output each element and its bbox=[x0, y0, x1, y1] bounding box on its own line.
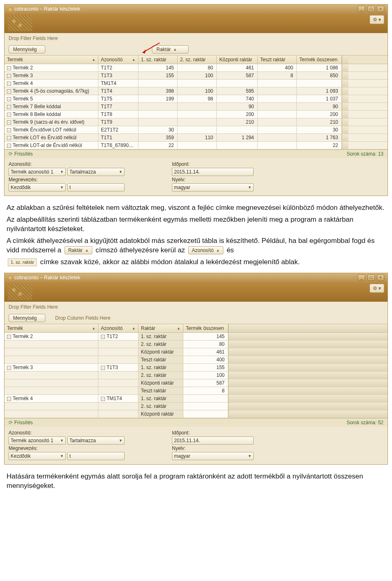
table-row[interactable]: −Termék 4−TM1T41. sz. raktár bbox=[4, 395, 388, 403]
table-row[interactable]: −Termék 3−T1T31. sz. raktár155 bbox=[4, 364, 388, 372]
megnev-op-select[interactable]: Kezdődik▼ bbox=[9, 452, 66, 460]
table-row[interactable]: Teszt raktár8 bbox=[4, 387, 388, 395]
scrollbar[interactable] bbox=[342, 56, 348, 64]
table-row[interactable]: Központi raktár bbox=[4, 410, 388, 418]
collapse-icon[interactable]: − bbox=[101, 335, 105, 339]
titlebar[interactable]: cobraconto – Raktár készletek _ □ × bbox=[4, 273, 388, 282]
collapse-icon[interactable]: − bbox=[7, 120, 11, 125]
maximize-button[interactable]: □ bbox=[368, 274, 375, 281]
azonosito-field-select[interactable]: Termék azonosító 1▼ bbox=[9, 436, 66, 445]
termek-header[interactable]: Termék▲ bbox=[4, 56, 98, 64]
collapse-icon[interactable]: − bbox=[101, 366, 105, 370]
scrollbar[interactable] bbox=[228, 324, 388, 332]
titlebar[interactable]: cobraconto – Raktár készletek _ □ × bbox=[4, 4, 388, 13]
termek-header[interactable]: Termék▲ bbox=[4, 324, 98, 332]
minimize-button[interactable]: _ bbox=[358, 274, 365, 281]
refresh-label[interactable]: Frissítés bbox=[14, 151, 33, 157]
scrollbar[interactable] bbox=[342, 80, 348, 87]
scrollbar[interactable] bbox=[342, 134, 348, 141]
table-row[interactable]: Teszt raktár400 bbox=[4, 356, 388, 364]
scrollbar[interactable] bbox=[342, 64, 348, 71]
raktar-header[interactable]: Raktár▲ bbox=[138, 324, 183, 332]
gear-button[interactable]: ⚙ ▾ bbox=[370, 15, 384, 24]
megnev-value-input[interactable]: t bbox=[67, 452, 125, 460]
col-teszt-header[interactable]: Teszt raktár bbox=[258, 56, 297, 64]
scrollbar[interactable] bbox=[228, 379, 388, 387]
idopont-input[interactable]: 2015.11.14. bbox=[172, 168, 254, 176]
collapse-icon[interactable]: − bbox=[7, 397, 11, 401]
azonosito-header[interactable]: Azonosító▲ bbox=[98, 56, 138, 64]
table-row[interactable]: −Termék 3T1T31551005878850 bbox=[4, 72, 388, 80]
scrollbar[interactable] bbox=[228, 356, 388, 363]
scrollbar[interactable] bbox=[228, 387, 388, 394]
idopont-input[interactable]: 2015.11.14. bbox=[172, 436, 254, 445]
collapse-icon[interactable]: − bbox=[7, 136, 11, 140]
minimize-button[interactable]: _ bbox=[358, 6, 365, 12]
table-row[interactable]: Központi raktár461 bbox=[4, 348, 388, 356]
table-row[interactable]: −Termék LOT és Érv.idő nélkülT1T13591101… bbox=[4, 134, 388, 142]
collapse-icon[interactable]: − bbox=[7, 105, 11, 109]
table-row[interactable]: −Termék 2−T1T21. sz. raktár145 bbox=[4, 333, 388, 341]
collapse-icon[interactable]: − bbox=[7, 74, 11, 78]
azonosito-op-select[interactable]: Tartalmazza▼ bbox=[67, 436, 125, 445]
scrollbar[interactable] bbox=[228, 395, 388, 402]
scrollbar[interactable] bbox=[342, 142, 348, 149]
refresh-icon[interactable]: ⟳ bbox=[9, 151, 13, 157]
table-row[interactable]: −Termék 4TM1T4 bbox=[4, 80, 388, 87]
collapse-icon[interactable]: − bbox=[7, 128, 11, 132]
azonosito-field-select[interactable]: Termék azonosító 1▼ bbox=[9, 168, 66, 176]
scrollbar[interactable] bbox=[342, 118, 348, 126]
table-row[interactable]: −Termék 2T1T2145804614001 086 bbox=[4, 64, 388, 72]
collapse-icon[interactable]: − bbox=[7, 335, 11, 339]
azonosito-header[interactable]: Azonosító▲ bbox=[98, 324, 138, 332]
table-row[interactable]: −Termék 5T1T5199987401 037 bbox=[4, 95, 388, 103]
scrollbar[interactable] bbox=[228, 341, 388, 348]
scrollbar[interactable] bbox=[342, 72, 348, 79]
col-raktar2-header[interactable]: 2. sz. raktár bbox=[178, 56, 217, 64]
raktar-column-field[interactable]: Raktár▲ bbox=[152, 45, 189, 53]
scrollbar[interactable] bbox=[228, 410, 388, 418]
col-raktar1-header[interactable]: 1. sz. raktár bbox=[138, 56, 178, 64]
scrollbar[interactable] bbox=[342, 87, 348, 95]
collapse-icon[interactable]: − bbox=[7, 66, 11, 70]
scrollbar[interactable] bbox=[342, 111, 348, 118]
nyelv-select[interactable]: magyar▼ bbox=[172, 452, 254, 460]
scrollbar[interactable] bbox=[228, 348, 388, 356]
table-row[interactable]: −Termék 7 Belle kóddalT1T79090 bbox=[4, 103, 388, 111]
refresh-label[interactable]: Frissítés bbox=[14, 420, 33, 425]
table-row[interactable]: −Termék 4 (5-ös csomagolás, 6/7kg)T1T439… bbox=[4, 87, 388, 95]
collapse-icon[interactable]: − bbox=[7, 366, 11, 370]
maximize-button[interactable]: □ bbox=[368, 6, 375, 12]
table-row[interactable]: Központi raktár587 bbox=[4, 379, 388, 387]
scrollbar[interactable] bbox=[228, 333, 388, 340]
close-button[interactable]: × bbox=[377, 6, 384, 12]
col-kozponti-header[interactable]: Központi raktár bbox=[217, 56, 258, 64]
collapse-icon[interactable]: − bbox=[7, 144, 11, 148]
filter-drop-zone[interactable]: Drop Filter Fields Here bbox=[4, 302, 388, 312]
collapse-icon[interactable]: − bbox=[7, 89, 11, 93]
mennyiseg-field[interactable]: Mennyiség bbox=[9, 314, 45, 322]
megnev-op-select[interactable]: Kezdődik▼ bbox=[9, 183, 66, 191]
close-button[interactable]: × bbox=[377, 274, 384, 281]
gear-button[interactable]: ⚙ ▾ bbox=[370, 284, 384, 293]
collapse-icon[interactable]: − bbox=[101, 397, 105, 401]
collapse-icon[interactable]: − bbox=[7, 113, 11, 117]
nyelv-select[interactable]: magyar▼ bbox=[172, 183, 254, 191]
scrollbar[interactable] bbox=[342, 95, 348, 102]
filter-drop-zone[interactable]: Drop Filter Fields Here bbox=[4, 33, 388, 44]
column-drop-zone[interactable]: Drop Column Fields Here bbox=[50, 315, 383, 321]
table-row[interactable]: 2. sz. raktár bbox=[4, 403, 388, 410]
table-row[interactable]: −Termék LOT-al de Érv.idő nélkülT1T6_678… bbox=[4, 142, 388, 149]
scrollbar[interactable] bbox=[228, 372, 388, 379]
table-row[interactable]: 2. sz. raktár100 bbox=[4, 372, 388, 379]
table-row[interactable]: −Termék 9 (sarzs-al és érv. idővel)T1T92… bbox=[4, 118, 388, 126]
scrollbar[interactable] bbox=[228, 364, 388, 371]
osszesen-header[interactable]: Termék összesen bbox=[183, 324, 228, 332]
table-row[interactable]: 2. sz. raktár80 bbox=[4, 341, 388, 348]
table-row[interactable]: −Termék Érv.idővel LOT nélkülE2T1T23030 bbox=[4, 126, 388, 134]
collapse-icon[interactable]: − bbox=[7, 97, 11, 101]
col-osszesen-header[interactable]: Termék összesen bbox=[297, 56, 342, 64]
scrollbar[interactable] bbox=[342, 103, 348, 110]
collapse-icon[interactable]: − bbox=[7, 82, 11, 86]
azonosito-op-select[interactable]: Tartalmazza▼ bbox=[67, 168, 125, 176]
